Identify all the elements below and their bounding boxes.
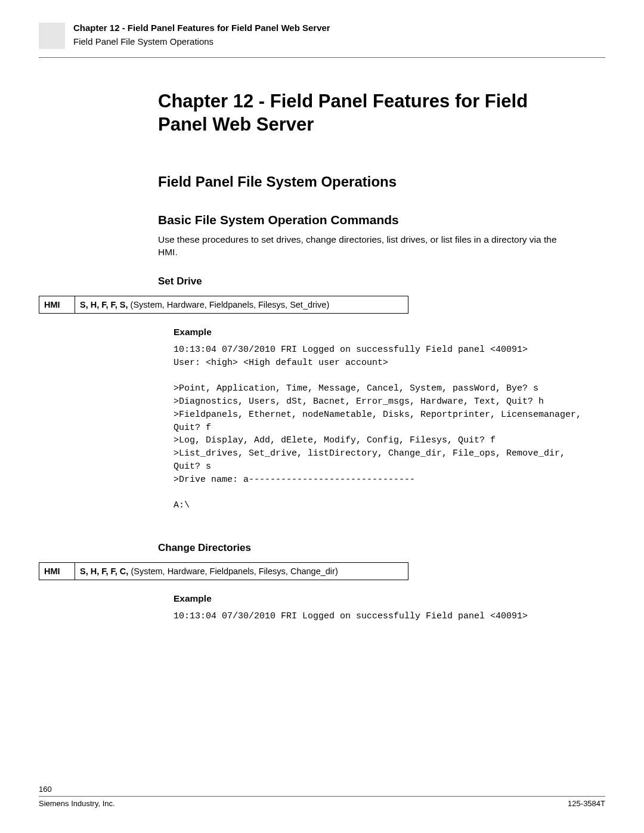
page-number: 160 <box>39 785 605 794</box>
subsection-heading: Basic File System Operation Commands <box>158 213 564 227</box>
hmi-label-cell: HMI <box>39 296 75 313</box>
intro-paragraph: Use these procedures to set drives, chan… <box>158 233 564 259</box>
page-footer: 160 Siemens Industry, Inc. 125-3584T <box>39 785 605 808</box>
terminal-line: >Log, Display, Add, dElete, Modify, Conf… <box>174 434 587 447</box>
footer-line: Siemens Industry, Inc. 125-3584T <box>39 796 605 808</box>
command-keys: S, H, F, F, C, <box>80 566 128 576</box>
set-drive-terminal-output: 10:13:04 07/30/2010 FRI Logged on succes… <box>174 343 587 512</box>
set-drive-heading: Set Drive <box>158 275 564 287</box>
command-explain: (System, Hardware, Fieldpanels, Filesys,… <box>128 566 338 576</box>
chapter-heading: Chapter 12 - Field Panel Features for Fi… <box>158 90 564 137</box>
hmi-label-cell: HMI <box>39 563 75 580</box>
header-text-block: Chapter 12 - Field Panel Features for Fi… <box>73 23 330 47</box>
page-header: Chapter 12 - Field Panel Features for Fi… <box>39 23 605 58</box>
hmi-command-cell: S, H, F, F, S, (System, Hardware, Fieldp… <box>75 296 408 313</box>
footer-left: Siemens Industry, Inc. <box>39 799 115 808</box>
change-dirs-terminal-output: 10:13:04 07/30/2010 FRI Logged on succes… <box>174 610 587 623</box>
command-keys: S, H, F, F, S, <box>80 300 128 309</box>
terminal-line: >Diagnostics, Users, dSt, Bacnet, Error_… <box>174 395 587 408</box>
command-explain: (System, Hardware, Fieldpanels, Filesys,… <box>128 300 330 309</box>
document-page: Chapter 12 - Field Panel Features for Fi… <box>0 0 644 833</box>
header-subtitle: Field Panel File System Operations <box>73 36 330 47</box>
change-dirs-heading: Change Directories <box>158 542 564 554</box>
header-icon-placeholder <box>39 23 65 49</box>
section-heading: Field Panel File System Operations <box>158 174 564 190</box>
hmi-command-cell: S, H, F, F, C, (System, Hardware, Fieldp… <box>75 563 408 580</box>
terminal-line: 10:13:04 07/30/2010 FRI Logged on succes… <box>174 610 587 623</box>
example-label: Example <box>174 327 564 337</box>
terminal-line: 10:13:04 07/30/2010 FRI Logged on succes… <box>174 343 587 357</box>
header-chapter-title: Chapter 12 - Field Panel Features for Fi… <box>73 23 330 33</box>
terminal-line: >Drive name: a--------------------------… <box>174 473 587 487</box>
terminal-line: >Point, Application, Time, Message, Canc… <box>174 382 587 395</box>
change-dirs-command-table: HMI S, H, F, F, C, (System, Hardware, Fi… <box>39 562 408 580</box>
example-label: Example <box>174 593 564 604</box>
set-drive-command-table: HMI S, H, F, F, S, (System, Hardware, Fi… <box>39 296 408 314</box>
terminal-line: User: <high> <High default user account> <box>174 357 587 370</box>
terminal-line: >List_drives, Set_drive, listDirectory, … <box>174 447 587 473</box>
footer-right: 125-3584T <box>568 799 605 808</box>
terminal-line: >Fieldpanels, Ethernet, nodeNametable, D… <box>174 408 587 435</box>
content-area: Chapter 12 - Field Panel Features for Fi… <box>158 90 564 623</box>
terminal-line: A:\ <box>174 499 587 512</box>
